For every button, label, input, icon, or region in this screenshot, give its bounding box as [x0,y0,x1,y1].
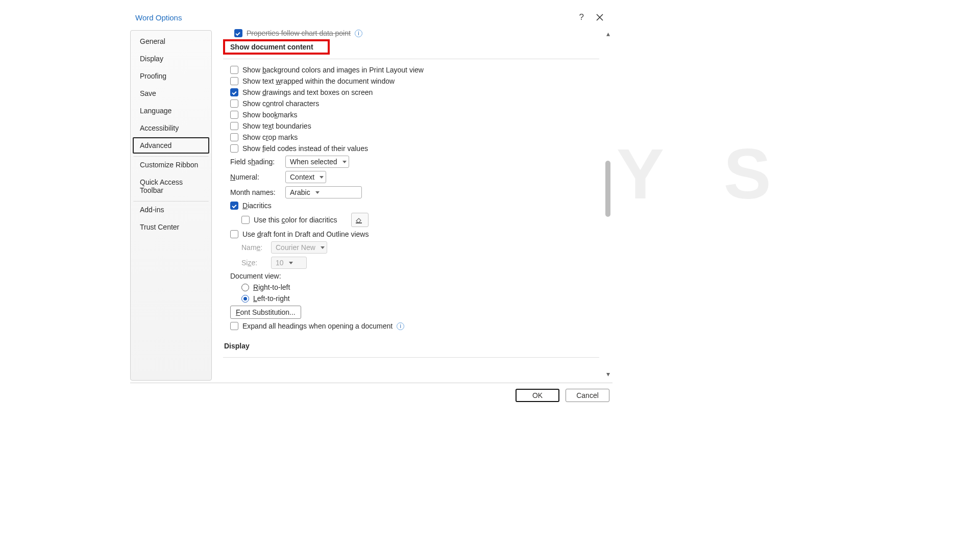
checkbox-draft-font[interactable] [230,230,238,238]
sidebar-item-general[interactable]: General [133,33,209,49]
dropdown-draft-font-size: 10 [271,257,307,269]
label-draft-font-name: Name: [241,243,267,252]
option-row-crop-marks: Show crop marks [223,132,599,143]
info-icon[interactable]: i [397,322,404,330]
checkbox-expand-headings[interactable] [230,322,238,330]
row-numeral: Numeral: Context [223,169,599,185]
option-row-expand-headings: Expand all headings when opening a docum… [223,320,599,332]
label-left-to-right: Left-to-right [253,294,290,303]
dropdown-draft-font-name-value: Courier New [276,243,315,252]
label-diacritics: Diacritics [242,202,272,210]
dropdown-month-names[interactable]: Arabic [285,186,362,198]
paint-bucket-icon [355,216,363,224]
svg-rect-0 [356,222,362,223]
label-expand-headings: Expand all headings when opening a docum… [242,322,393,330]
checkbox-drawings[interactable] [230,88,238,96]
ok-button[interactable]: OK [516,389,559,402]
cut-off-option-row: Properties follow chart data point i [234,29,599,37]
label-month-names: Month names: [230,188,281,196]
sidebar-item-add-ins[interactable]: Add-ins [133,201,209,218]
label-document-view-heading: Document view: [223,270,599,282]
option-row-control-characters: Show control characters [223,98,599,109]
options-category-sidebar: General Display Proofing Save Language A… [130,30,212,381]
dropdown-numeral-value: Context [290,173,314,181]
option-row-field-codes: Show field codes instead of their values [223,143,599,154]
dropdown-field-shading-value: When selected [290,158,337,166]
sidebar-item-customize-ribbon[interactable]: Customize Ribbon [133,156,209,173]
scroll-down-icon[interactable]: ▾ [603,369,612,379]
sidebar-item-trust-center[interactable]: Trust Center [133,219,209,235]
label-field-codes: Show field codes instead of their values [242,144,368,153]
dropdown-draft-font-size-value: 10 [276,259,284,267]
dialog-title: Word Options [134,13,182,22]
properties-follow-chart-label: Properties follow chart data point [247,29,351,37]
checkbox-diacritics-color[interactable] [241,216,250,224]
checkbox-bookmarks[interactable] [230,111,238,119]
scroll-up-icon[interactable]: ▴ [603,29,612,38]
label-draft-font-size: Size: [241,259,267,267]
vertical-scrollbar[interactable]: ▴ ▾ [603,29,612,379]
option-row-background-colors: Show background colors and images in Pri… [223,64,599,76]
checkbox-crop-marks[interactable] [230,133,238,141]
info-icon[interactable]: i [355,30,362,37]
option-row-diacritics: Diacritics [223,200,599,211]
label-right-to-left: Right-to-left [253,283,290,291]
sidebar-item-proofing[interactable]: Proofing [133,68,209,84]
cancel-button[interactable]: Cancel [566,389,609,402]
label-crop-marks: Show crop marks [242,133,298,141]
option-row-drawings: Show drawings and text boxes on screen [223,87,599,98]
option-row-text-boundaries: Show text boundaries [223,120,599,132]
sidebar-item-accessibility[interactable]: Accessibility [133,120,209,136]
row-field-shading: Field shading: When selected [223,154,599,169]
label-field-shading: Field shading: [230,158,281,166]
checkbox-text-boundaries[interactable] [230,122,238,130]
radio-left-to-right[interactable] [241,295,249,303]
label-bookmarks: Show bookmarks [242,111,297,119]
checkbox-field-codes[interactable] [230,144,238,153]
chevron-down-icon [321,246,325,249]
sidebar-item-advanced[interactable]: Advanced [133,137,209,154]
chevron-down-icon [320,176,324,179]
section-heading-show-document-content: Show document content [229,41,314,53]
label-numeral: Numeral: [230,173,281,181]
font-substitution-button[interactable]: Font Substitution... [230,306,301,319]
option-row-ltr: Left-to-right [223,293,599,304]
label-background-colors: Show background colors and images in Pri… [242,66,424,74]
close-icon[interactable] [596,14,603,21]
dropdown-diacritics-color[interactable] [351,213,369,227]
label-control-characters: Show control characters [242,99,319,108]
dropdown-numeral[interactable]: Context [285,171,326,183]
chevron-down-icon [342,161,347,163]
checkbox-diacritics[interactable] [230,202,238,210]
row-month-names: Month names: Arabic [223,185,599,200]
option-row-rtl: Right-to-left [223,282,599,293]
word-options-dialog: Word Options ? General Display Proofing … [130,9,612,407]
row-draft-font-size: Size: 10 [223,255,599,270]
chevron-down-icon [289,262,293,264]
sidebar-item-display[interactable]: Display [133,51,209,67]
label-diacritics-color: Use this color for diacritics [254,216,337,224]
sidebar-item-language[interactable]: Language [133,103,209,119]
option-row-diacritics-color: Use this color for diacritics [223,211,599,229]
checkbox-control-characters[interactable] [230,99,238,108]
sidebar-item-quick-access-toolbar[interactable]: Quick Access Toolbar [133,174,209,198]
scrollbar-thumb[interactable] [605,161,610,217]
option-row-bookmarks: Show bookmarks [223,109,599,120]
label-drawings: Show drawings and text boxes on screen [242,88,373,96]
row-draft-font-name: Name: Courier New [223,240,599,255]
label-text-wrapped: Show text wrapped within the document wi… [242,77,395,85]
properties-follow-chart-checkbox[interactable] [234,29,242,37]
checkbox-background-colors[interactable] [230,66,238,74]
label-draft-font: Use draft font in Draft and Outline view… [242,230,369,238]
radio-right-to-left[interactable] [241,284,249,291]
dropdown-draft-font-name: Courier New [271,241,327,254]
checkbox-text-wrapped[interactable] [230,77,238,85]
option-row-draft-font: Use draft font in Draft and Outline view… [223,229,599,240]
option-row-text-wrapped: Show text wrapped within the document wi… [223,76,599,87]
sidebar-item-save[interactable]: Save [133,85,209,102]
dropdown-field-shading[interactable]: When selected [285,156,349,168]
row-font-substitution: Font Substitution... [223,304,599,320]
help-icon[interactable]: ? [579,12,584,22]
section-divider [223,357,599,358]
scrollbar-track[interactable] [603,38,612,369]
